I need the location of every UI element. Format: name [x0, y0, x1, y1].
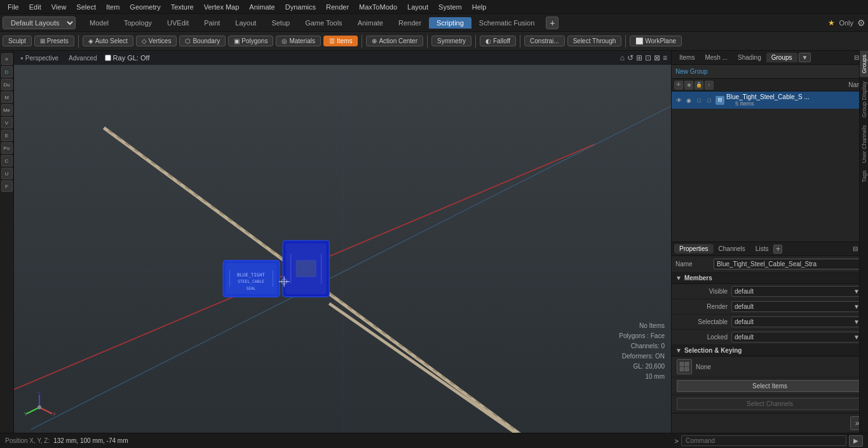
- left-tool-5[interactable]: Me: [1, 104, 13, 116]
- refresh-icon[interactable]: ↺: [627, 53, 634, 62]
- tab-setup[interactable]: Setup: [264, 17, 297, 29]
- perspective-toggle[interactable]: ● Perspective: [18, 54, 61, 62]
- falloff-button[interactable]: ◐ Falloff: [480, 36, 516, 46]
- vert-tab-tags[interactable]: Tags: [860, 166, 869, 186]
- expand-icon[interactable]: ⊠: [654, 53, 660, 62]
- render-icon[interactable]: ◉: [684, 81, 693, 90]
- menu-vertex-map[interactable]: Vertex Map: [199, 2, 245, 12]
- zoom-icon[interactable]: ⊞: [636, 53, 642, 62]
- group-lock-icon[interactable]: □: [695, 96, 703, 105]
- auto-select-button[interactable]: ◈ Auto Select: [83, 36, 133, 46]
- vert-tab-group-display[interactable]: Group Display: [860, 78, 869, 121]
- tab-animate[interactable]: Animate: [350, 17, 391, 29]
- left-tool-2[interactable]: D: [1, 66, 13, 78]
- command-input[interactable]: [681, 435, 846, 446]
- tab-schematic-fusion[interactable]: Schematic Fusion: [471, 17, 542, 29]
- vert-tab-user-channels[interactable]: User Channels: [860, 121, 869, 167]
- name-input[interactable]: [714, 259, 864, 269]
- polygons-button[interactable]: ▣ Polygons: [228, 36, 273, 46]
- menu-view[interactable]: View: [46, 2, 72, 12]
- tab-uvedit[interactable]: UVEdit: [159, 17, 196, 29]
- tab-render[interactable]: Render: [391, 17, 429, 29]
- render-dropdown[interactable]: default ▼: [731, 301, 863, 312]
- tab-mesh[interactable]: Mesh ...: [700, 53, 733, 62]
- tab-paint[interactable]: Paint: [196, 17, 227, 29]
- menu-geometry[interactable]: Geometry: [125, 2, 165, 12]
- menu-dynamics[interactable]: Dynamics: [280, 2, 321, 12]
- selection-keying-header[interactable]: ▼ Selection & Keying: [672, 345, 868, 356]
- select-through-button[interactable]: Select Through: [567, 36, 622, 46]
- new-group-button[interactable]: New Group: [675, 68, 708, 75]
- menu-select[interactable]: Select: [71, 2, 101, 12]
- menu-animate[interactable]: Animate: [244, 2, 280, 12]
- sculpt-button[interactable]: Sculpt: [3, 36, 32, 46]
- left-tool-1[interactable]: ≡: [1, 53, 13, 65]
- lock-icon[interactable]: 🔒: [695, 81, 703, 90]
- materials-button[interactable]: ◎ Materials: [276, 36, 321, 46]
- left-tool-11[interactable]: F: [1, 180, 13, 192]
- group-eye-icon[interactable]: 👁: [674, 96, 683, 105]
- menu-texture[interactable]: Texture: [166, 2, 199, 12]
- group-info-icon[interactable]: □: [705, 96, 714, 105]
- menu-help[interactable]: Help: [467, 2, 492, 12]
- action-center-button[interactable]: ⊕ Action Center: [366, 36, 423, 46]
- tab-topology[interactable]: Topology: [116, 17, 159, 29]
- left-tool-4[interactable]: M: [1, 92, 13, 103]
- menu-item[interactable]: Item: [101, 2, 125, 12]
- tab-shading[interactable]: Shading: [733, 53, 766, 62]
- menu-edit[interactable]: Edit: [24, 2, 46, 12]
- tab-items[interactable]: Items: [674, 53, 700, 62]
- raygl-check[interactable]: [105, 55, 111, 61]
- tab-model[interactable]: Model: [82, 17, 116, 29]
- add-tab-button[interactable]: +: [773, 245, 782, 254]
- info-icon[interactable]: i: [705, 81, 714, 90]
- constraints-button[interactable]: Constrai...: [524, 36, 565, 46]
- tab-lists[interactable]: Lists: [750, 244, 774, 254]
- keying-grid-icon[interactable]: [677, 359, 692, 374]
- group-item[interactable]: 👁 ◉ □ □ ⛓ Blue_Tight_Steel_Cable_S ... 5…: [672, 92, 868, 109]
- presets-button[interactable]: ⊞ Presets: [34, 36, 74, 46]
- more-icon[interactable]: ≡: [663, 53, 667, 62]
- selectable-dropdown[interactable]: default ▼: [731, 316, 863, 327]
- add-layout-button[interactable]: +: [546, 17, 559, 29]
- select-channels-button[interactable]: Select Channels: [677, 398, 863, 410]
- cmd-run-button[interactable]: ▶: [849, 435, 863, 447]
- left-tool-6[interactable]: V: [1, 117, 13, 128]
- select-items-button[interactable]: Select Items: [677, 380, 863, 392]
- tab-groups[interactable]: Groups: [766, 53, 797, 62]
- vert-tab-groups[interactable]: Groups: [860, 51, 869, 78]
- left-tool-10[interactable]: U: [1, 168, 13, 179]
- menu-render[interactable]: Render: [321, 2, 354, 12]
- menu-layout[interactable]: Layout: [402, 2, 433, 12]
- home-icon[interactable]: ⌂: [620, 53, 625, 62]
- raygl-checkbox[interactable]: Ray GL: Off: [105, 54, 150, 62]
- group-render-icon[interactable]: ◉: [684, 96, 693, 105]
- tab-scripting[interactable]: Scripting: [429, 17, 471, 29]
- tab-game-tools[interactable]: Game Tools: [297, 17, 350, 29]
- symmetry-button[interactable]: Symmetry: [431, 36, 471, 46]
- fit-icon[interactable]: ⊡: [645, 53, 651, 62]
- settings-icon[interactable]: ⚙: [857, 18, 865, 28]
- viewport[interactable]: ● Perspective Advanced Ray GL: Off ⌂ ↺ ⊞…: [14, 51, 671, 433]
- visible-dropdown[interactable]: default ▼: [731, 286, 863, 297]
- tab-properties[interactable]: Properties: [674, 244, 714, 254]
- workplane-button[interactable]: ⬜ WorkPlane: [630, 36, 682, 46]
- menu-system[interactable]: System: [433, 2, 467, 12]
- left-tool-7[interactable]: E: [1, 130, 13, 141]
- eye-icon[interactable]: 👁: [674, 81, 683, 90]
- menu-file[interactable]: File: [3, 2, 24, 12]
- left-tool-9[interactable]: C: [1, 155, 13, 166]
- viewport-canvas[interactable]: BLUE_TIGHT STEEL_CABLE SEAL: [14, 65, 671, 433]
- members-section-header[interactable]: ▼ Members: [672, 273, 868, 284]
- left-tool-3[interactable]: Du: [1, 79, 13, 90]
- locked-dropdown[interactable]: default ▼: [731, 332, 863, 343]
- panel-collapse-icon[interactable]: ⊟: [854, 54, 859, 61]
- tab-layout[interactable]: Layout: [227, 17, 264, 29]
- menu-maxtomodo[interactable]: MaxToModo: [354, 2, 402, 12]
- left-tool-8[interactable]: Po: [1, 142, 13, 154]
- items-button[interactable]: ☰ Items: [323, 36, 358, 46]
- boundary-button[interactable]: ⬡ Boundary: [179, 36, 226, 46]
- panel-dropdown[interactable]: ▼: [799, 53, 811, 62]
- props-collapse-icon[interactable]: ⊟: [853, 245, 858, 252]
- shading-toggle[interactable]: Advanced: [66, 54, 99, 62]
